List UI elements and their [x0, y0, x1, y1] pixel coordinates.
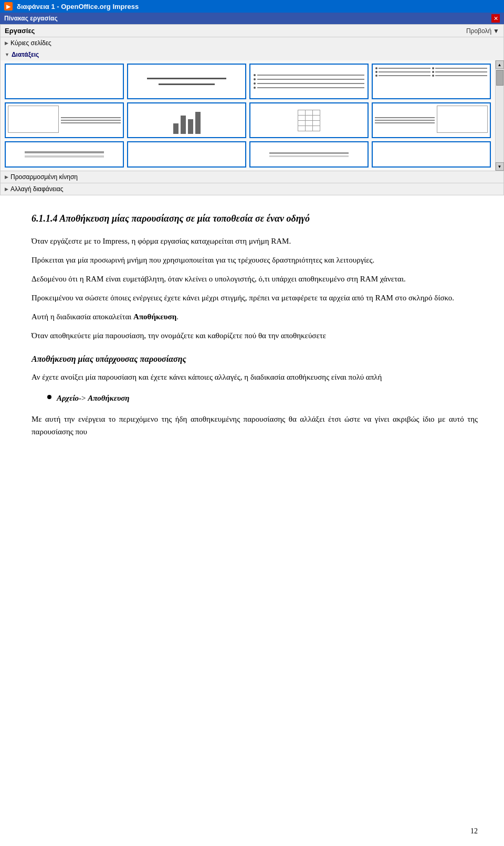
- mini-table: [298, 110, 320, 131]
- slide-transition-header[interactable]: ▶ Αλλαγή διαφάνειας: [1, 183, 503, 195]
- right-text: [61, 106, 121, 135]
- layout-chart[interactable]: [127, 102, 246, 138]
- col2-row2: [432, 71, 487, 73]
- bullet-line-2: [257, 79, 364, 80]
- triangle-transition: ▶: [5, 186, 8, 192]
- paragraph-4: Προκειμένου να σώσετε όποιες ενέργειες έ…: [32, 291, 478, 304]
- panel-titlebar: Πίνακας εργασίας ✕: [0, 13, 504, 24]
- bullet-dot-4: [254, 87, 256, 89]
- bullet-item-1: Αρχείο-> Αποθήκευση: [47, 392, 478, 404]
- bullet-row-3: [254, 82, 364, 85]
- left-text-2: [375, 106, 435, 135]
- col1: [375, 67, 430, 77]
- paragraph-8: Με αυτή την ενέργεια το περιεχόμενο της …: [32, 413, 478, 438]
- dot: [432, 67, 434, 69]
- panel-body-content: [1, 60, 495, 171]
- custom-animation-label: Προσαρμοσμένη κίνηση: [10, 173, 78, 181]
- bar4: [195, 112, 201, 134]
- scroll-thumb[interactable]: [496, 70, 503, 86]
- section-custom-animation[interactable]: ▶ Προσαρμοσμένη κίνηση: [1, 171, 503, 183]
- bullet-row-4: [254, 87, 364, 89]
- paragraph-1: Όταν εργάζεστε με το Impress, η φόρμα ερ…: [32, 235, 478, 247]
- task-panel: Εργασίες Προβολή ▼ ▶ Κύριες σελίδες ▼ Δι…: [0, 24, 504, 195]
- col2-row1: [432, 67, 487, 69]
- section-heading: 6.1.1.4 Αποθήκευση μίας παρουσίασης σε μ…: [32, 211, 478, 226]
- bar3: [188, 119, 193, 134]
- bullet-dot: [254, 74, 256, 76]
- paragraph-3: Δεδομένου ότι η RAM είναι ευμετάβλητη, ό…: [32, 273, 478, 285]
- bullet-line-3: [257, 83, 364, 84]
- left-box: [8, 106, 59, 133]
- layouts-label: Διατάξεις: [12, 51, 39, 58]
- bullet-circle-icon: [47, 395, 51, 399]
- layout-extra-4[interactable]: [372, 141, 491, 168]
- col1-row2: [375, 71, 430, 73]
- bullet-dot-2: [254, 78, 256, 80]
- chart-container: [173, 110, 201, 134]
- dot: [375, 71, 377, 73]
- layout-grid: [1, 60, 495, 171]
- layout-extra-2[interactable]: [127, 141, 246, 168]
- page-number: 12: [470, 827, 478, 835]
- layout-line-1: [147, 78, 226, 79]
- panel-body-row: ▲ ▼: [1, 60, 503, 171]
- col2-row3: [432, 75, 487, 77]
- slide-transition-label: Αλλαγή διαφάνειας: [10, 185, 64, 193]
- layout-table[interactable]: [249, 102, 369, 138]
- paragraph-6: Όταν αποθηκεύετε μία παρουσίαση, την ονο…: [32, 329, 478, 342]
- bullet-line-4: [257, 87, 364, 88]
- table-row: [298, 115, 320, 120]
- dot: [432, 75, 434, 77]
- paragraph-7: Αν έχετε ανοίξει μία παρουσίαση και έχετ…: [32, 371, 478, 383]
- bullet-text: Αρχείο-> Αποθήκευση: [57, 392, 130, 404]
- panel-title: Πίνακας εργασίας: [4, 15, 58, 22]
- view-button[interactable]: Προβολή ▼: [466, 27, 499, 35]
- right-box: [437, 106, 488, 133]
- scroll-up-button[interactable]: ▲: [496, 60, 504, 69]
- bar1: [173, 123, 178, 134]
- layout-title-lines[interactable]: [127, 64, 246, 99]
- custom-animation-header[interactable]: ▶ Προσαρμοσμένη κίνηση: [1, 171, 503, 183]
- layout-blank[interactable]: [5, 64, 124, 99]
- tasks-label: Εργασίες: [5, 27, 35, 35]
- dot: [375, 75, 377, 77]
- content-area: 6.1.1.4 Αποθήκευση μίας παρουσίασης σε μ…: [0, 195, 504, 460]
- layout-left-box[interactable]: [5, 102, 124, 138]
- dot: [375, 67, 377, 69]
- paragraph-2: Πρόκειται για μία προσωρινή μνήμη που χρ…: [32, 254, 478, 266]
- bullet-line: [257, 75, 364, 76]
- scroll-down-button[interactable]: ▼: [496, 162, 504, 171]
- layout-twocol[interactable]: [372, 64, 491, 99]
- paragraph-5: Αυτή η διαδικασία αποκαλείται Αποθήκευση…: [32, 310, 478, 323]
- panel-close-button[interactable]: ✕: [491, 14, 500, 23]
- app-icon: ▶: [4, 2, 13, 11]
- bullet-row-2: [254, 78, 364, 80]
- layout-right-box[interactable]: [372, 102, 491, 138]
- table-row: [298, 110, 320, 115]
- triangle-custom: ▶: [5, 174, 8, 180]
- italic-heading: Αποθήκευση μίας υπάρχουσας παρουσίασης: [32, 352, 478, 366]
- bullet-row-1: [254, 74, 364, 76]
- layout-bullets[interactable]: [249, 64, 369, 99]
- layout-extra-3[interactable]: [249, 141, 369, 168]
- section-main-slides[interactable]: ▶ Κύριες σελίδες: [1, 37, 503, 49]
- layout-extra-1[interactable]: [5, 141, 124, 168]
- dot: [432, 71, 434, 73]
- task-panel-header: Εργασίες Προβολή ▼: [1, 25, 503, 37]
- main-slides-label: Κύριες σελίδες: [10, 39, 51, 47]
- col2: [432, 67, 487, 77]
- title-bar: ▶ διαφάνεια 1 - OpenOffice.org Impress: [0, 0, 504, 13]
- table-row: [298, 120, 320, 126]
- panel-scrollbar[interactable]: ▲ ▼: [495, 60, 503, 171]
- triangle-icon-layouts: ▼: [5, 52, 9, 57]
- window-title: διαφάνεια 1 - OpenOffice.org Impress: [17, 3, 139, 11]
- table-row: [298, 126, 320, 131]
- bullet-dot-3: [254, 82, 256, 85]
- bar2: [181, 116, 186, 134]
- col1-row3: [375, 75, 430, 77]
- col1-row1: [375, 67, 430, 69]
- triangle-icon: ▶: [5, 40, 8, 46]
- section-layouts[interactable]: ▼ Διατάξεις: [1, 49, 503, 60]
- layout-line-2: [159, 83, 215, 85]
- section-slide-transition[interactable]: ▶ Αλλαγή διαφάνειας: [1, 183, 503, 195]
